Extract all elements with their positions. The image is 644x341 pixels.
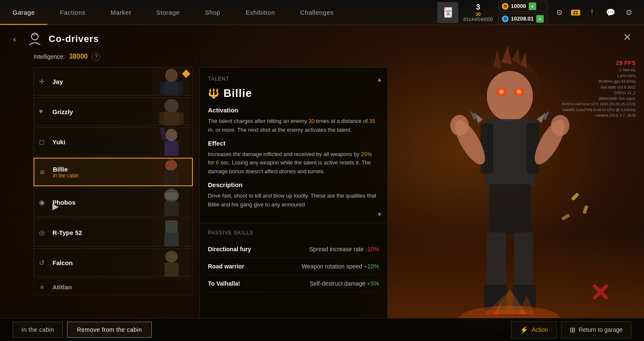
driver-item-atitlan[interactable]: ★ Atitlan [34, 279, 193, 295]
driver-item-yuki[interactable]: ◻ Yuki [34, 128, 193, 156]
fps-cpu: Intel(R) Core(TM) i5-4570 CPU @ 3.20GHz [561, 107, 636, 113]
driver-jay-info: Jay [52, 78, 63, 85]
intelligence-value: 38000 [69, 53, 88, 60]
svg-point-38 [165, 69, 178, 82]
detail-panel: Talent 🔱 Billie ▲ Activation The talent … [199, 67, 388, 333]
fps-overlay: 29 FPS 1.76M tris 1,476 DIPs 35.00ms gpu… [561, 59, 636, 119]
gold-add-button[interactable]: + [529, 3, 536, 10]
svg-point-7 [514, 88, 524, 96]
settings-button[interactable]: ⚙ [553, 6, 566, 19]
passive-directional-fury-value: Spread increase rate -10% [309, 246, 379, 252]
level-number: 3 [476, 3, 480, 12]
fps-d3d: D3D11 11_1 [561, 90, 636, 96]
currency-gold-row: ⊙ 10000 + [498, 1, 548, 12]
driver-item-jay[interactable]: ✛ Jay [34, 67, 193, 96]
driver-grizzly-portrait [151, 98, 192, 125]
driver-billie-info: Billie In the cabin [53, 166, 79, 179]
chat-button[interactable]: 💬 [604, 6, 617, 19]
driver-item-phobos[interactable]: ◉ Phobos [34, 188, 193, 216]
effect-duration: 6 [216, 159, 219, 166]
remove-from-cabin-button[interactable]: Remove from the cabin [67, 322, 151, 338]
passive-road-warrior-value: Weapon rotation speed +10% [301, 263, 379, 270]
description-text: Drive fast, shoot to kill and blow up lo… [208, 192, 379, 209]
driver-falcon-icon: ↺ [39, 259, 47, 267]
svg-marker-11 [474, 113, 483, 123]
driver-item-rtype52[interactable]: ◎ R-Type 52 [34, 218, 193, 247]
driver-item-falcon[interactable]: ↺ Falcon [34, 248, 193, 277]
return-to-garage-button[interactable]: ⊞ Return to garage [561, 321, 631, 338]
driver-atitlan-icon: ★ [39, 283, 47, 291]
svg-point-56 [171, 163, 176, 166]
nav-right: 🃏 3 30 83144/540000 ⊙ 10000 + ⊙ 10208.01… [437, 1, 644, 24]
svg-point-25 [516, 89, 522, 95]
intelligence-label: Intelligence: [34, 53, 65, 60]
svg-point-43 [164, 99, 179, 112]
nav-exhibition[interactable]: Exhibition [233, 0, 288, 25]
svg-marker-13 [537, 113, 545, 123]
return-icon: ⊞ [570, 326, 575, 334]
driver-jay-icon: ✛ [39, 78, 47, 86]
notification-badge: 21 [571, 10, 580, 16]
driver-list: ▲ ▼ ✛ Jay ♥ Grizzly ◻ [34, 67, 193, 333]
driver-item-billie[interactable]: ≋ Billie In the cabin [34, 158, 193, 186]
driver-item-grizzly[interactable]: ♥ Grizzly [34, 97, 193, 126]
nav-garage[interactable]: Garage [0, 0, 47, 25]
effect-title: Effect [208, 140, 379, 147]
currency-silver-row: ⊙ 10208.01 + [498, 13, 548, 24]
driver-atitlan-name: Atitlan [52, 284, 72, 291]
driver-billie-portrait [150, 159, 192, 185]
talent-section: Talent 🔱 Billie ▲ Activation The talent … [200, 68, 387, 223]
nav-market[interactable]: Market [98, 0, 144, 25]
svg-rect-40 [160, 82, 165, 94]
passive-skill-row-2: To Valhalla! Self-destruct damage +5% [208, 275, 379, 292]
svg-rect-57 [164, 170, 178, 185]
svg-marker-29 [493, 289, 527, 314]
svg-rect-63 [165, 220, 178, 233]
passive-valhalla-value: Self-destruct damage +5% [310, 280, 379, 287]
svg-rect-41 [178, 82, 183, 94]
svg-point-17 [450, 115, 469, 136]
svg-rect-32 [571, 193, 579, 201]
back-button[interactable]: ‹ [8, 33, 21, 45]
svg-rect-9 [480, 123, 493, 174]
in-cabin-button[interactable]: In the cabin [13, 322, 63, 338]
nav-challenges[interactable]: Challenges [288, 0, 346, 25]
xp-text: 83144/540000 [463, 17, 493, 22]
svg-rect-60 [165, 192, 178, 200]
activation-text: The talent charges after hitting an enem… [208, 117, 379, 135]
svg-marker-3 [512, 48, 520, 65]
driver-phobos-name: Phobos [52, 199, 75, 206]
silver-icon: ⊙ [502, 16, 509, 22]
driver-jay-name: Jay [52, 78, 63, 85]
scroll-up-indicator: ▲ [377, 76, 382, 83]
talent-icon: 🔱 [208, 88, 219, 99]
gold-value: 10000 [511, 3, 526, 9]
menu-button[interactable]: ⚙ [622, 6, 636, 19]
close-button[interactable]: ✕ [623, 31, 631, 43]
nav-shop[interactable]: Shop [192, 0, 233, 25]
fps-date: x64 4580 Oct 5 2022 [561, 85, 636, 91]
svg-rect-8 [485, 119, 535, 186]
driver-falcon-name: Falcon [52, 259, 73, 266]
svg-point-0 [480, 58, 539, 109]
silver-value: 10208.01 [511, 16, 534, 22]
intelligence-help-button[interactable]: ? [92, 52, 100, 61]
action-button[interactable]: ⚡ Action [511, 321, 557, 338]
svg-rect-44 [164, 112, 179, 125]
fps-value: 29 FPS [561, 59, 636, 68]
passive-skill-row-0: Directional fury Spread increase rate -1… [208, 241, 379, 258]
svg-marker-14 [543, 111, 550, 120]
svg-point-35 [31, 33, 38, 40]
nav-factions[interactable]: Factions [47, 0, 98, 25]
silver-add-button[interactable]: + [536, 15, 544, 23]
nav-storage[interactable]: Storage [144, 0, 192, 25]
svg-point-27 [517, 90, 521, 94]
svg-rect-21 [514, 232, 533, 291]
passive-road-warrior-name: Road warrior [208, 263, 244, 270]
svg-marker-4 [520, 52, 527, 69]
driver-falcon-info: Falcon [52, 259, 73, 266]
svg-rect-33 [582, 205, 588, 214]
svg-rect-61 [164, 201, 179, 216]
driver-phobos-info: Phobos [52, 199, 75, 206]
svg-point-26 [500, 90, 503, 94]
